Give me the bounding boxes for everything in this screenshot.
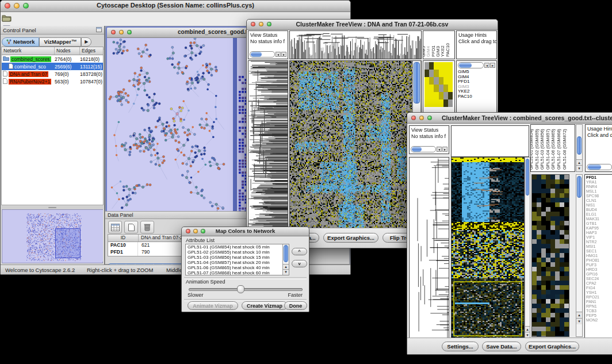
column-labels-panel[interactable]: GPL51-01 (GSM854)GPL51-02 (GSM855)GPL51-… (530, 124, 575, 172)
scroll-left-icon[interactable]: ◂ (484, 63, 489, 68)
scroll-left-icon[interactable]: ◂ (276, 52, 281, 57)
delete-attribute-icon[interactable] (140, 221, 154, 233)
slider-thumb[interactable] (237, 285, 244, 293)
zoom-vscrollbar[interactable]: ▲ ▼ (576, 174, 583, 337)
gene-label[interactable]: GTB1 (586, 221, 612, 226)
gene-label[interactable]: MON2 (586, 318, 612, 323)
network-overview-panel[interactable] (2, 209, 103, 263)
new-attribute-icon[interactable] (124, 221, 138, 233)
gene-label[interactable]: MSL1 (586, 189, 612, 194)
heatmap-canvas[interactable] (290, 61, 421, 229)
gene-label[interactable]: GPI16 (586, 272, 612, 277)
gene-label[interactable]: RNR4 (586, 185, 612, 189)
view-status-scrollbar[interactable]: ◂ ▸ (411, 146, 447, 152)
gene-label[interactable]: PAN1 (586, 300, 612, 304)
network-list-row[interactable]: combined_scores2764(0)16218(0) (2, 55, 103, 63)
gene-label[interactable]: NIS1 (586, 203, 612, 208)
row-dendrogram-panel[interactable] (409, 157, 449, 339)
settings-button[interactable]: Settings... (442, 342, 479, 351)
tab-vizmapper[interactable]: VizMapper™ (39, 37, 81, 47)
view-status-scrollbar[interactable]: ◂ ▸ (250, 51, 286, 58)
zoom-button[interactable] (427, 116, 432, 120)
gene-label[interactable]: RPO21 (586, 295, 612, 300)
minimize-button[interactable] (14, 3, 20, 9)
gene-label[interactable]: YRA1 (586, 180, 612, 185)
column-dendrogram-panel[interactable] (289, 30, 422, 59)
network-list-row[interactable]: combined_sco2569(6)13112(15) (2, 63, 103, 70)
scroll-right-icon[interactable]: ▸ (281, 52, 286, 57)
scroll-down-icon[interactable]: ▼ (576, 165, 582, 171)
gene-label[interactable]: CPA2 (586, 281, 612, 286)
create-vizmap-button[interactable]: Create Vizmap (242, 301, 288, 310)
close-button[interactable] (186, 229, 190, 233)
labels-scrollbar[interactable]: ◂ ▸ (458, 62, 495, 68)
gene-label[interactable]: MSI1 (586, 244, 612, 249)
gene-label[interactable]: HMG1 (586, 254, 612, 258)
gene-label[interactable]: BUD4 (586, 208, 612, 212)
zoom-heatmap-canvas[interactable] (532, 175, 569, 336)
tab-overflow-icon[interactable]: ▶ (81, 37, 91, 47)
gene-label[interactable]: CLN1 (586, 198, 612, 203)
zoom-button[interactable] (201, 229, 205, 233)
gene-label[interactable]: FIG4 (586, 286, 612, 290)
gene-label[interactable]: YSH1 (586, 290, 612, 295)
gene-label[interactable]: TCB3 (586, 309, 612, 313)
heatmap-vscrollbar[interactable]: ▲ ▼ (525, 157, 530, 339)
open-session-icon[interactable] (1, 12, 12, 24)
minimize-button[interactable] (119, 30, 124, 35)
close-button[interactable] (251, 22, 255, 26)
main-titlebar[interactable]: Cytoscape Desktop (Session Name: collins… (1, 1, 350, 12)
gene-labels-panel[interactable]: PFD1YRA1RNR4MSL1SPC98CLN1NIS1BUD4ELG1MAK… (584, 174, 612, 339)
gene-label[interactable]: PHO81 (586, 258, 612, 263)
network-list-row[interactable]: RNAPuberNov2+1563(0)107847(0) (2, 78, 103, 85)
gene-label[interactable]: PEP5 (586, 313, 612, 318)
zoom-heatmap-panel[interactable] (531, 174, 569, 337)
animation-speed-slider[interactable] (189, 288, 303, 291)
done-button[interactable]: Done (284, 301, 307, 310)
attribute-list[interactable]: GPL51-01 (GSM854) heat shock 05 minGPL51… (185, 244, 289, 275)
zoom-button[interactable] (23, 3, 29, 9)
heatmap-panel[interactable] (289, 60, 422, 229)
gene-label[interactable]: PAC10 (458, 94, 496, 99)
close-button[interactable] (5, 3, 10, 9)
heatmap-canvas[interactable] (452, 158, 524, 338)
minimize-button[interactable] (419, 116, 424, 120)
column-dendrogram-panel[interactable] (451, 125, 529, 157)
overview-canvas[interactable] (2, 210, 103, 262)
network-list-row[interactable]: DNA and Tran 07769(0)183728(0) (2, 70, 103, 78)
row-dendrogram-panel[interactable] (248, 60, 288, 229)
gene-label[interactable]: HAP3 (586, 231, 612, 235)
scroll-right-icon[interactable]: ▸ (442, 147, 447, 152)
scroll-up-icon[interactable]: ▲ (576, 312, 582, 318)
select-attributes-icon[interactable] (108, 221, 122, 233)
minimize-button[interactable] (259, 22, 263, 26)
zoom-button[interactable] (127, 30, 132, 35)
gene-label[interactable]: SPC98 (586, 194, 612, 198)
attribute-list-item[interactable]: GPL51-07 (GSM868) heat shock 60 min (186, 271, 282, 275)
save-data-button[interactable]: Save Data... (482, 342, 521, 351)
gene-label[interactable]: ELG1 (586, 212, 612, 217)
float-panel-icon[interactable] (96, 27, 102, 33)
gene-label[interactable]: PUF3 (586, 263, 612, 267)
close-button[interactable] (411, 116, 416, 120)
animate-vizmap-button[interactable]: Animate Vizmap (188, 301, 238, 310)
export-graphics-button[interactable]: Export Graphics... (323, 233, 378, 243)
network-list-header[interactable]: Network Nodes Edges (2, 47, 103, 55)
window-controls[interactable] (5, 3, 29, 9)
scroll-right-icon[interactable]: ▸ (490, 63, 495, 68)
gene-label[interactable]: RPN1 (586, 304, 612, 309)
gene-label[interactable]: NTR2 (586, 240, 612, 244)
heatmap-panel[interactable] (451, 157, 525, 339)
close-button[interactable] (111, 30, 116, 35)
gene-label[interactable]: KAP95 (586, 226, 612, 231)
move-down-button[interactable]: v (292, 260, 307, 267)
zoom-button[interactable] (267, 22, 271, 26)
tab-network[interactable]: Network (2, 37, 39, 47)
scroll-down-icon[interactable]: ▼ (283, 269, 289, 275)
export-graphics-button[interactable]: Export Graphics... (525, 342, 579, 351)
gene-label[interactable]: MAK31 (586, 217, 612, 221)
minimize-button[interactable] (193, 229, 198, 233)
gene-label[interactable]: SEC24 (586, 277, 612, 281)
labels-vscrollbar[interactable]: ▲ ▼ (576, 124, 583, 172)
scroll-down-icon[interactable]: ▼ (576, 318, 582, 324)
